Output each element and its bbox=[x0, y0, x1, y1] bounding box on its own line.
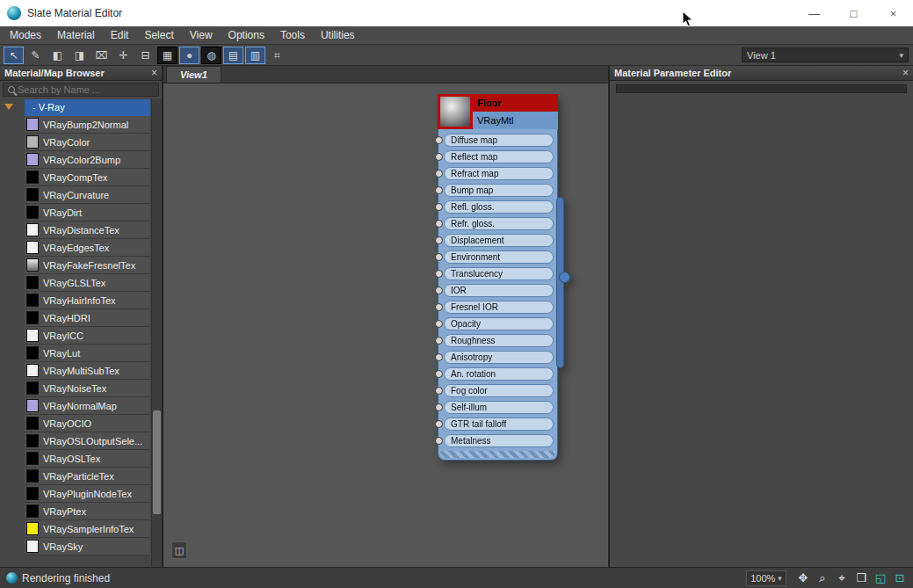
material-list-item[interactable]: VRayParticleTex bbox=[25, 468, 150, 485]
browser-close-icon[interactable]: × bbox=[151, 69, 157, 77]
node-slot[interactable]: Fog color bbox=[444, 382, 554, 399]
slot-connector-icon[interactable] bbox=[435, 236, 443, 244]
material-list-item[interactable]: VRaySamplerInfoTex bbox=[25, 520, 150, 538]
slot-connector-icon[interactable] bbox=[435, 287, 443, 294]
slot-connector-icon[interactable] bbox=[435, 203, 443, 211]
slot-connector-icon[interactable] bbox=[435, 370, 443, 378]
node-slot[interactable]: Reflect map bbox=[444, 149, 554, 165]
slot-connector-icon[interactable] bbox=[435, 320, 443, 328]
material-list-item[interactable]: VRayMultiSubTex bbox=[25, 362, 150, 380]
zoom-extents-icon[interactable]: ❒ bbox=[851, 570, 871, 587]
material-preview-thumbnail[interactable] bbox=[438, 94, 473, 129]
node-slot[interactable]: Refl. gloss. bbox=[444, 199, 554, 215]
node-slot[interactable]: Metalness bbox=[444, 432, 554, 449]
node-slot[interactable]: Refract map bbox=[444, 165, 554, 182]
material-list-item[interactable]: VRayLut bbox=[25, 345, 150, 362]
tree-group-row[interactable]: - V-Ray bbox=[0, 98, 150, 116]
node-slot[interactable]: Refr. gloss. bbox=[444, 215, 554, 232]
layout-children-button[interactable]: ▥ bbox=[245, 47, 265, 64]
node-slot[interactable]: Opacity bbox=[444, 316, 554, 332]
node-slot[interactable]: Fresnel IOR bbox=[444, 299, 554, 316]
expand-arrow-icon[interactable] bbox=[4, 104, 13, 110]
browser-scrollbar[interactable] bbox=[151, 98, 162, 567]
move-children-button[interactable]: ✛ bbox=[113, 47, 134, 64]
hide-unused-nodeslots-button[interactable]: ⊟ bbox=[135, 47, 156, 64]
material-list-item[interactable]: VRayDirt bbox=[25, 204, 150, 221]
navigator-button[interactable]: ◫ bbox=[171, 541, 187, 559]
material-list-item[interactable]: VRaySky bbox=[25, 538, 150, 555]
material-list-item[interactable]: VRayFakeFresnelTex bbox=[25, 257, 150, 274]
zoom-extents-selected-icon[interactable]: ◱ bbox=[871, 570, 890, 587]
material-list-item[interactable]: VRayColor bbox=[25, 134, 150, 151]
material-list-item[interactable]: VRayCompTex bbox=[25, 169, 150, 186]
show-shaded-material-in-viewport-button[interactable]: ● bbox=[179, 47, 199, 64]
zoom-level-dropdown[interactable]: 100% ▾ bbox=[746, 570, 786, 586]
select-tool-button[interactable]: ↖ bbox=[4, 47, 24, 64]
menu-item[interactable]: Tools bbox=[272, 26, 313, 44]
pan-to-selected-icon[interactable]: ⊡ bbox=[890, 570, 909, 587]
material-list-item[interactable]: VRayNormalMap bbox=[25, 397, 150, 415]
menu-item[interactable]: View bbox=[182, 26, 221, 44]
node-header[interactable]: Floor VRayMtl bbox=[438, 94, 558, 129]
browser-scrollbar-thumb[interactable] bbox=[153, 410, 161, 514]
show-end-result-button[interactable]: ◍ bbox=[201, 47, 221, 64]
menu-item[interactable]: Material bbox=[49, 26, 103, 44]
node-slot[interactable]: Translucency bbox=[444, 265, 554, 282]
menu-item[interactable]: Edit bbox=[103, 26, 137, 44]
slot-connector-icon[interactable] bbox=[435, 420, 443, 428]
slot-connector-icon[interactable] bbox=[435, 337, 443, 345]
show-background-button[interactable]: ▦ bbox=[157, 47, 178, 64]
slot-connector-icon[interactable] bbox=[435, 353, 443, 361]
slot-connector-icon[interactable] bbox=[435, 253, 443, 261]
material-list-item[interactable]: VRayDistanceTex bbox=[25, 221, 150, 239]
material-list-item[interactable]: VRayPtex bbox=[25, 503, 150, 520]
put-material-to-scene-button[interactable]: ◧ bbox=[47, 47, 68, 64]
slot-connector-icon[interactable] bbox=[435, 170, 443, 178]
material-list-item[interactable]: VRayOCIO bbox=[25, 415, 150, 432]
menu-item[interactable]: Modes bbox=[2, 26, 49, 44]
pick-material-from-object-button[interactable]: ✎ bbox=[25, 47, 46, 64]
delete-selected-button[interactable]: ⌧ bbox=[91, 47, 112, 64]
slot-connector-icon[interactable] bbox=[435, 153, 443, 161]
node-slot[interactable]: Anisotropy bbox=[444, 349, 554, 366]
node-output-connector-icon[interactable] bbox=[559, 272, 570, 283]
menu-item[interactable]: Select bbox=[136, 26, 181, 44]
slot-connector-icon[interactable] bbox=[435, 136, 443, 144]
material-list-item[interactable]: VRayGLSLTex bbox=[25, 274, 150, 292]
material-list-item[interactable]: VRayOSLOutputSele... bbox=[25, 432, 150, 450]
node-slot[interactable]: Roughness bbox=[444, 332, 554, 349]
node-slot[interactable]: Displacement bbox=[444, 232, 554, 249]
menu-item[interactable]: Options bbox=[221, 26, 272, 44]
material-list-item[interactable]: VRayPluginNodeTex bbox=[25, 485, 150, 503]
slot-connector-icon[interactable] bbox=[435, 387, 443, 395]
node-slot[interactable]: Diffuse map bbox=[444, 132, 554, 149]
material-id-channel-button[interactable]: ⌗ bbox=[267, 47, 287, 64]
menu-item[interactable]: Utilities bbox=[313, 26, 363, 44]
slot-connector-icon[interactable] bbox=[435, 270, 443, 278]
search-input[interactable] bbox=[18, 84, 158, 95]
maximize-button[interactable]: □ bbox=[834, 0, 873, 26]
material-list-item[interactable]: VRayNoiseTex bbox=[25, 380, 150, 397]
material-list-item[interactable]: VRayEdgesTex bbox=[25, 239, 150, 257]
material-list-item[interactable]: VRayHDRI bbox=[25, 309, 150, 327]
tree-group-label[interactable]: - V-Ray bbox=[25, 99, 150, 116]
slot-connector-icon[interactable] bbox=[435, 403, 443, 411]
view-selector-dropdown[interactable]: View 1 ▾ bbox=[742, 47, 909, 62]
zoom-icon[interactable]: ⌕ bbox=[813, 570, 832, 587]
material-list-item[interactable]: VRayBump2Normal bbox=[25, 116, 150, 134]
layout-all-vertical-button[interactable]: ▤ bbox=[223, 47, 243, 64]
assign-material-to-selection-button[interactable]: ◨ bbox=[69, 47, 90, 64]
material-node[interactable]: Floor VRayMtl Diffuse map bbox=[438, 94, 558, 461]
close-button[interactable]: × bbox=[873, 0, 913, 26]
node-canvas[interactable]: Floor VRayMtl Diffuse map bbox=[163, 83, 608, 567]
node-slot[interactable]: IOR bbox=[444, 282, 554, 299]
material-list-item[interactable]: VRayColor2Bump bbox=[25, 151, 150, 169]
node-slot[interactable]: Self-illum bbox=[444, 399, 554, 416]
view-tab[interactable]: View1 bbox=[166, 66, 221, 83]
slot-connector-icon[interactable] bbox=[435, 186, 443, 194]
slot-connector-icon[interactable] bbox=[435, 303, 443, 311]
pan-icon[interactable]: ✥ bbox=[793, 570, 813, 587]
node-slot[interactable]: Environment bbox=[444, 249, 554, 265]
material-list-item[interactable]: VRayOSLTex bbox=[25, 450, 150, 468]
slot-connector-icon[interactable] bbox=[435, 220, 443, 228]
